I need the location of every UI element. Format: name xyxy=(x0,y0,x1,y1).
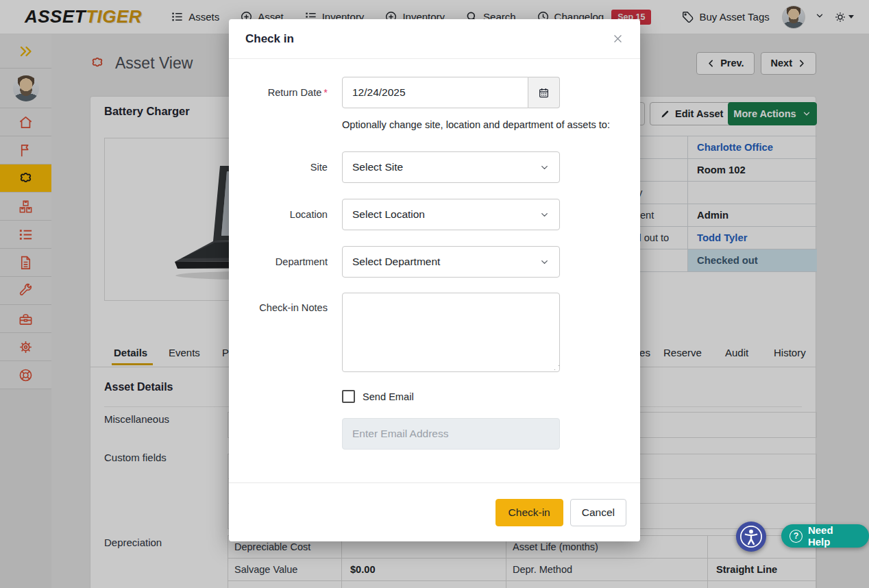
close-button[interactable] xyxy=(612,33,624,45)
close-icon xyxy=(612,33,624,45)
required-asterisk: * xyxy=(323,87,328,98)
calendar-icon xyxy=(538,87,550,99)
department-select[interactable]: Select Department xyxy=(342,246,560,278)
location-label: Location xyxy=(229,209,328,220)
accessibility-person-icon xyxy=(738,524,764,550)
site-row: Site Select Site xyxy=(229,151,640,183)
department-select-value: Select Department xyxy=(352,256,440,268)
send-email-row: Send Email xyxy=(342,390,640,403)
department-label: Department xyxy=(229,256,328,267)
need-help-label: Need Help xyxy=(808,524,858,548)
need-help-button[interactable]: ?Need Help xyxy=(781,524,869,548)
accessibility-button[interactable] xyxy=(736,522,766,552)
app-window: ASSETTIGER Assets Asset Inventory Invent… xyxy=(0,0,869,588)
modal-footer: Check-in Cancel xyxy=(229,482,640,541)
modal-title: Check in xyxy=(245,32,294,46)
site-label: Site xyxy=(229,162,328,173)
question-icon: ? xyxy=(790,530,803,543)
send-email-label: Send Email xyxy=(363,391,414,402)
checkin-submit-button[interactable]: Check-in xyxy=(495,499,563,526)
chevron-down-icon xyxy=(539,210,550,220)
checkin-notes-label: Check-in Notes xyxy=(229,293,328,313)
modal-header: Check in xyxy=(229,19,640,59)
send-email-checkbox[interactable] xyxy=(342,390,355,403)
location-row: Location Select Location xyxy=(229,199,640,230)
check-in-modal: Check in Return Date* Optionally change … xyxy=(229,19,640,541)
site-select[interactable]: Select Site xyxy=(342,151,560,183)
site-select-value: Select Site xyxy=(352,161,403,173)
calendar-button[interactable] xyxy=(528,77,560,108)
checkin-notes-textarea[interactable] xyxy=(342,293,560,372)
return-date-field xyxy=(342,77,560,108)
return-date-label: Return Date* xyxy=(229,87,328,98)
optional-change-text: Optionally change site, location and dep… xyxy=(342,119,640,130)
email-address-input[interactable] xyxy=(342,418,560,450)
notes-row: Check-in Notes xyxy=(229,293,640,375)
chevron-down-icon xyxy=(539,162,550,173)
department-row: Department Select Department xyxy=(229,246,640,278)
return-date-input[interactable] xyxy=(342,77,528,108)
location-select-value: Select Location xyxy=(352,208,425,221)
return-date-row: Return Date* xyxy=(229,77,640,108)
location-select[interactable]: Select Location xyxy=(342,199,560,230)
chevron-down-icon xyxy=(539,257,550,267)
cancel-button[interactable]: Cancel xyxy=(570,499,626,526)
